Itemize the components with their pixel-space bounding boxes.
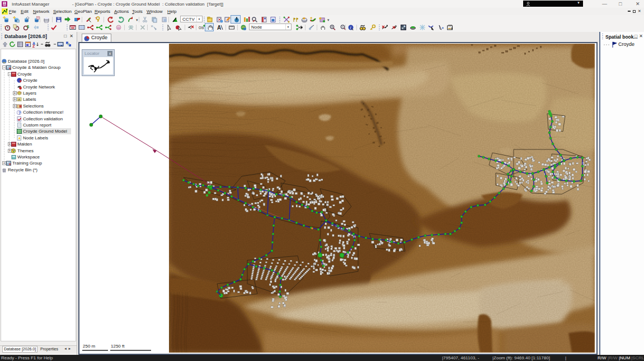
svg-text:✱: ✱ <box>310 16 313 20</box>
svg-text:◐: ◐ <box>4 25 6 28</box>
svg-text:A: A <box>18 98 20 101</box>
svg-text:1250 ft: 1250 ft <box>111 344 125 349</box>
svg-text:i: i <box>350 25 351 30</box>
svg-text:▾: ▾ <box>327 18 330 22</box>
svg-text:✱: ✱ <box>319 17 322 20</box>
svg-text:$: $ <box>27 25 29 29</box>
svg-text:✱: ✱ <box>303 17 305 20</box>
svg-text:Z: Z <box>32 44 35 48</box>
svg-text:A: A <box>217 25 221 31</box>
svg-text:?: ? <box>18 110 21 115</box>
svg-text:?: ? <box>95 17 97 20</box>
svg-text:1: 1 <box>4 2 6 5</box>
svg-text:▾: ▾ <box>136 18 138 22</box>
svg-text:✕: ✕ <box>151 25 153 28</box>
svg-text:250 m: 250 m <box>83 344 96 349</box>
